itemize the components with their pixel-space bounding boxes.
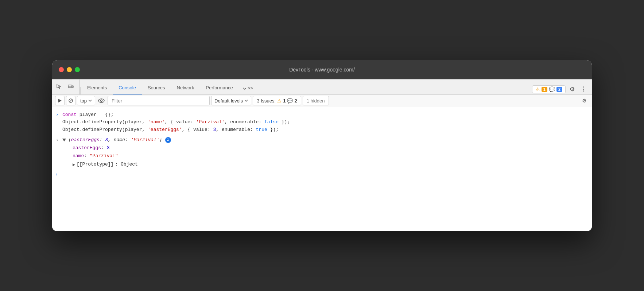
prototype-expand-icon[interactable] (73, 163, 75, 166)
prop-easterEggs: easterEggs: 3 (73, 144, 589, 152)
console-settings-button[interactable]: ⚙ (579, 96, 589, 105)
titlebar: DevTools - www.google.com/ (52, 60, 592, 79)
levels-chevron-icon (244, 100, 248, 102)
warn-icon: ⚠ (535, 86, 540, 92)
context-selector[interactable]: top (77, 96, 95, 105)
svg-line-5 (69, 99, 72, 102)
inspect-element-button[interactable] (54, 82, 65, 92)
collapse-icon[interactable] (62, 139, 66, 141)
issues-badge[interactable]: ⚠ 1 💬 2 (532, 85, 566, 93)
live-expressions-button[interactable] (97, 96, 106, 105)
console-input-entry: › const player = {}; Object.defineProper… (52, 110, 592, 135)
svg-point-7 (101, 100, 102, 102)
hidden-count-button[interactable]: 1 hidden (303, 96, 329, 105)
object-info-icon[interactable]: i (165, 137, 171, 143)
issues-warn-icon: ⚠ (277, 98, 282, 104)
devtools-panel: Elements Console Sources Network Perform… (52, 79, 592, 231)
code-line-1: const player = {}; (62, 111, 589, 119)
chevron-down-icon (88, 100, 92, 102)
issues-msg-icon: 💬 (287, 98, 293, 104)
minimize-button[interactable] (67, 67, 72, 72)
tab-elements[interactable]: Elements (81, 82, 113, 94)
console-prompt[interactable]: › (52, 170, 592, 179)
prompt-icon: › (55, 172, 58, 177)
msg-count: 2 (556, 87, 562, 92)
tab-network[interactable]: Network (171, 82, 200, 94)
console-input-content: const player = {}; Object.defineProperty… (62, 110, 589, 135)
maximize-button[interactable] (75, 67, 80, 72)
input-gutter[interactable]: › (52, 110, 62, 119)
tab-bar-right: ⚠ 1 💬 2 ⚙ ⋮ (529, 84, 590, 94)
svg-rect-0 (68, 85, 72, 88)
prop-prototype[interactable]: [[Prototype]]: Object (73, 160, 589, 169)
devtools-window: DevTools - www.google.com/ (52, 60, 592, 231)
console-output-entry: ‹ {easterEggs: 3, name: 'Parzival'} i ea… (52, 135, 592, 170)
console-output: › const player = {}; Object.defineProper… (52, 107, 592, 231)
clear-button[interactable] (66, 96, 75, 105)
tab-performance[interactable]: Performance (200, 82, 238, 94)
prop-name: name: "Parzival" (73, 152, 589, 160)
toolbar-divider (80, 87, 81, 94)
settings-button[interactable]: ⚙ (567, 84, 577, 94)
console-toolbar: top Default levels 3 Issues: (52, 95, 592, 107)
code-line-3: Object.defineProperty(player, 'easterEgg… (62, 126, 589, 134)
more-options-button[interactable]: ⋮ (579, 84, 587, 94)
code-line-2: Object.defineProperty(player, 'name', { … (62, 119, 589, 126)
tab-sources[interactable]: Sources (142, 82, 171, 94)
msg-icon: 💬 (549, 86, 555, 92)
warn-count: 1 (542, 87, 547, 92)
console-output-content: {easterEggs: 3, name: 'Parzival'} i east… (62, 136, 589, 170)
traffic-lights (59, 67, 80, 72)
svg-rect-1 (72, 86, 73, 88)
svg-marker-3 (58, 99, 62, 102)
filter-input[interactable] (108, 96, 210, 105)
object-output: {easterEggs: 3, name: 'Parzival'} i east… (62, 136, 589, 169)
close-button[interactable] (59, 67, 64, 72)
svg-point-6 (98, 99, 104, 102)
output-gutter[interactable]: ‹ (52, 136, 62, 144)
window-title: DevTools - www.google.com/ (289, 67, 355, 73)
run-button[interactable] (55, 96, 65, 105)
object-properties: easterEggs: 3 name: "Parzival" [[Prototy… (62, 144, 589, 169)
toolbar-left (54, 79, 79, 94)
issues-count-button[interactable]: 3 Issues: ⚠ 1 💬 2 (253, 96, 301, 105)
more-tabs-button[interactable]: >> (239, 82, 256, 94)
log-levels-selector[interactable]: Default levels (211, 96, 251, 105)
object-header[interactable]: {easterEggs: 3, name: 'Parzival'} i (62, 136, 589, 144)
tabs-container: Elements Console Sources Network Perform… (81, 79, 529, 94)
device-toolbar-button[interactable] (65, 82, 76, 92)
tab-console[interactable]: Console (113, 82, 142, 94)
tab-bar: Elements Console Sources Network Perform… (52, 79, 592, 95)
